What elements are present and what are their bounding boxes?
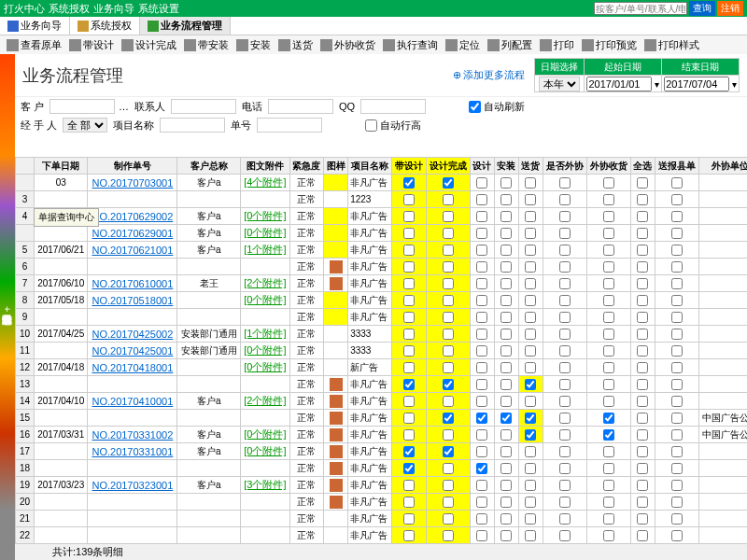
auth-icon [78,21,89,32]
tool-icon [383,39,395,51]
tool-icon [7,39,19,51]
tab-guide[interactable]: 业务向导 [0,17,70,35]
tool-icon [69,39,81,51]
main-panel: 业务流程管理 ⊕添加更多流程 日期选择 起始日期 结束日期 本年 ▾ ▾ 客 户… [15,54,747,74]
toolbar-7[interactable]: 执行查询 [380,37,441,53]
tool-icon [278,39,290,51]
toolbar-10[interactable]: 打印 [537,37,577,53]
global-search[interactable] [594,2,687,15]
tab-auth[interactable]: 系统授权 [70,17,140,35]
logout-button[interactable]: 注销 [717,1,743,16]
toolbar-12[interactable]: 打印样式 [641,37,702,53]
tool-icon [445,39,458,51]
toolbar-11[interactable]: 打印预览 [579,37,640,53]
tool-icon [644,39,656,51]
tab-workflow[interactable]: 业务流程管理 [140,17,231,35]
end-date-label: 结束日期 [662,59,740,75]
guide-icon [7,21,19,32]
toolbar-5[interactable]: 送货 [275,37,316,53]
tool-icon [236,39,248,51]
start-date-label: 起始日期 [585,59,662,75]
toolbar-2[interactable]: 设计完成 [119,37,179,53]
top-banner: 打火中心系统授权业务向导系统设置 查询 注销 [0,0,747,17]
toolbar-8[interactable]: 定位 [443,37,483,53]
workflow-icon [148,21,159,32]
add-workflow-link[interactable]: ⊕添加更多流程 [453,68,525,74]
date-select-label: 日期选择 [535,59,585,75]
tool-icon [320,39,332,51]
tool-icon [487,39,500,51]
toolbar-4[interactable]: 安装 [233,37,274,53]
search-button[interactable]: 查询 [689,1,715,16]
tab-bar: 业务向导 系统授权 业务流程管理 [0,17,747,35]
add-icon: ⊕ [453,69,461,74]
toolbar-9[interactable]: 列配置 [485,37,535,53]
sidebar-nav[interactable]: 外付全加收联材单选系+ [0,54,15,74]
toolbar-0[interactable]: 查看原单 [4,37,64,53]
tool-icon [582,39,594,51]
toolbar-6[interactable]: 外协收货 [317,37,378,53]
toolbar-3[interactable]: 带安装 [181,37,232,53]
tool-icon [121,39,134,51]
page-title: 业务流程管理 [22,64,123,75]
tool-icon [540,39,552,51]
toolbar-1[interactable]: 带设计 [66,37,117,53]
tool-icon [184,39,196,51]
